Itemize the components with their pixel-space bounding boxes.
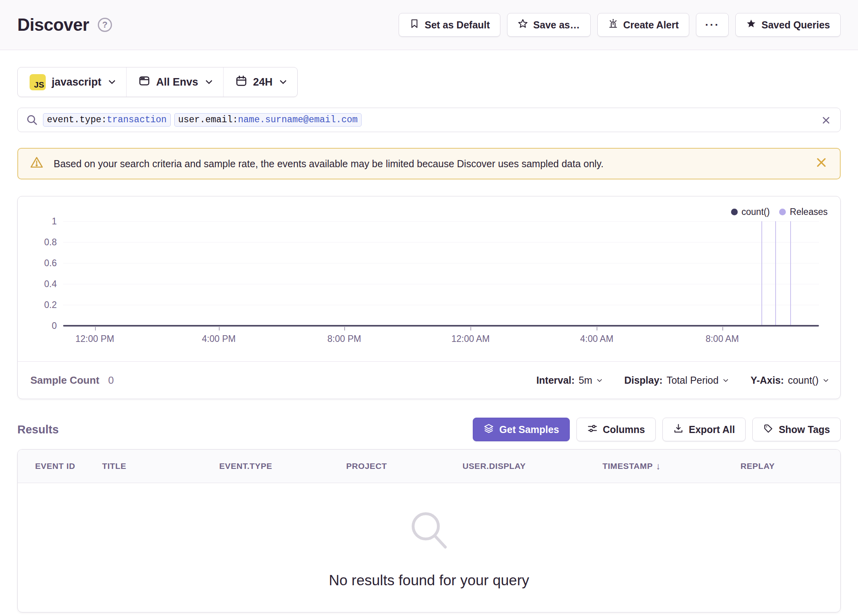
header-actions: Set as Default Save as… Create Alert ···… bbox=[399, 13, 841, 37]
page-filter-bar: JS javascript All Envs 24H bbox=[17, 67, 298, 97]
saved-queries-button[interactable]: Saved Queries bbox=[735, 13, 841, 37]
javascript-platform-icon: JS bbox=[30, 74, 46, 90]
main-content: JS javascript All Envs 24H event.type:tr… bbox=[0, 50, 858, 612]
chart-footer: Sample Count 0 Interval: 5m Display: Tot… bbox=[18, 361, 840, 399]
chevron-down-icon bbox=[597, 377, 602, 382]
environment-filter-label: All Envs bbox=[156, 76, 198, 88]
empty-search-icon bbox=[405, 507, 453, 557]
chevron-down-icon bbox=[109, 78, 116, 84]
bookmark-icon bbox=[409, 19, 420, 31]
project-filter[interactable]: JS javascript bbox=[18, 67, 126, 97]
search-token-user-email[interactable]: user.email:name.surname@email.com bbox=[174, 113, 362, 127]
results-table: EVENT ID TITLE EVENT.TYPE PROJECT USER.D… bbox=[17, 449, 841, 612]
results-actions: Get Samples Columns Export All Show Tags bbox=[473, 418, 841, 441]
window-icon bbox=[138, 75, 150, 90]
environment-filter[interactable]: All Envs bbox=[127, 67, 223, 97]
siren-icon bbox=[608, 19, 618, 31]
chevron-down-icon bbox=[823, 377, 828, 382]
column-header-user-display[interactable]: USER.DISPLAY bbox=[463, 461, 602, 471]
set-as-default-button[interactable]: Set as Default bbox=[399, 13, 500, 37]
interval-dropdown[interactable]: Interval: 5m bbox=[536, 375, 601, 386]
star-outline-icon bbox=[518, 19, 528, 31]
y-axis-label: 0.2 bbox=[44, 300, 57, 310]
column-header-timestamp[interactable]: TIMESTAMP↓ bbox=[602, 461, 740, 472]
sample-count: Sample Count 0 bbox=[30, 374, 114, 386]
sampled-data-warning-banner: Based on your search criteria and sample… bbox=[17, 148, 841, 179]
chevron-down-icon bbox=[205, 78, 212, 84]
search-icon bbox=[26, 114, 38, 128]
banner-close-icon[interactable] bbox=[815, 156, 828, 172]
x-axis-label: 8:00 AM bbox=[705, 334, 739, 344]
grid-line bbox=[63, 221, 819, 222]
columns-button[interactable]: Columns bbox=[576, 418, 656, 441]
y-axis-label: 1 bbox=[52, 216, 57, 227]
sort-desc-icon: ↓ bbox=[656, 461, 661, 472]
grid-line bbox=[63, 263, 819, 263]
x-axis-tick bbox=[722, 327, 723, 330]
calendar-icon bbox=[235, 75, 247, 90]
save-as-button[interactable]: Save as… bbox=[507, 13, 590, 37]
release-marker-line[interactable] bbox=[761, 221, 762, 326]
chevron-down-icon bbox=[280, 78, 287, 84]
search-bar[interactable]: event.type:transaction user.email:name.s… bbox=[17, 108, 841, 132]
count-series-line bbox=[63, 325, 819, 327]
count-legend-dot-icon bbox=[731, 209, 738, 215]
y-axis-label: 0.6 bbox=[44, 258, 57, 269]
tag-icon bbox=[763, 423, 774, 436]
sample-count-label: Sample Count bbox=[30, 374, 99, 386]
x-axis-tick bbox=[470, 327, 471, 330]
column-header-event-type[interactable]: EVENT.TYPE bbox=[219, 461, 346, 471]
x-axis-label: 8:00 PM bbox=[327, 334, 361, 344]
title-wrap: Discover ? bbox=[17, 15, 112, 35]
y-axis-label: 0.4 bbox=[44, 279, 57, 289]
x-axis-tick bbox=[344, 327, 345, 330]
y-axis-label: 0.8 bbox=[44, 237, 57, 248]
grid-line bbox=[63, 242, 819, 243]
releases-legend-dot-icon bbox=[779, 209, 786, 215]
x-axis-tick bbox=[597, 327, 597, 330]
column-header-project[interactable]: PROJECT bbox=[346, 461, 463, 471]
column-header-event-id[interactable]: EVENT ID bbox=[18, 461, 102, 471]
chart-legend: count() Releases bbox=[731, 207, 828, 217]
date-range-label: 24H bbox=[253, 76, 273, 88]
chevron-down-icon bbox=[724, 377, 729, 382]
export-all-button[interactable]: Export All bbox=[662, 418, 746, 441]
release-marker-line[interactable] bbox=[775, 221, 776, 326]
table-header-row: EVENT ID TITLE EVENT.TYPE PROJECT USER.D… bbox=[18, 450, 840, 483]
download-icon bbox=[673, 423, 684, 436]
column-header-title[interactable]: TITLE bbox=[102, 461, 219, 471]
date-range-filter[interactable]: 24H bbox=[224, 67, 298, 97]
clear-search-icon[interactable] bbox=[821, 115, 832, 127]
x-axis-tick bbox=[95, 327, 96, 330]
more-options-button[interactable]: ··· bbox=[696, 13, 729, 37]
release-marker-line[interactable] bbox=[790, 221, 791, 326]
page-title: Discover bbox=[17, 15, 89, 35]
y-axis-dropdown[interactable]: Y-Axis: count() bbox=[750, 375, 828, 386]
help-icon[interactable]: ? bbox=[98, 18, 112, 32]
results-header-row: Results Get Samples Columns Export All S… bbox=[17, 418, 841, 441]
chart-plot[interactable]: 00.20.40.60.8112:00 PM4:00 PM8:00 PM12:0… bbox=[63, 221, 819, 326]
x-axis-label: 4:00 AM bbox=[580, 334, 613, 344]
grid-line bbox=[63, 305, 819, 305]
search-token-event-type[interactable]: event.type:transaction bbox=[43, 113, 171, 127]
column-header-replay[interactable]: REPLAY bbox=[740, 461, 840, 471]
page-header: Discover ? Set as Default Save as… Creat… bbox=[0, 0, 858, 50]
sample-count-value: 0 bbox=[108, 374, 114, 386]
y-axis-label: 0 bbox=[52, 321, 57, 331]
x-axis-tick bbox=[219, 327, 220, 330]
results-title: Results bbox=[17, 423, 59, 436]
legend-item-releases[interactable]: Releases bbox=[779, 207, 828, 217]
get-samples-button[interactable]: Get Samples bbox=[473, 418, 569, 441]
display-dropdown[interactable]: Display: Total Period bbox=[624, 375, 727, 386]
empty-message: No results found for your query bbox=[329, 572, 529, 589]
grid-line bbox=[63, 284, 819, 284]
chart-controls: Interval: 5m Display: Total Period Y-Axi… bbox=[536, 375, 828, 386]
project-filter-label: javascript bbox=[52, 76, 101, 88]
x-axis-label: 12:00 PM bbox=[75, 334, 114, 344]
sliders-icon bbox=[587, 423, 598, 436]
legend-item-count[interactable]: count() bbox=[731, 207, 770, 217]
create-alert-button[interactable]: Create Alert bbox=[597, 13, 690, 37]
chart-panel: count() Releases 00.20.40.60.8112:00 PM4… bbox=[17, 196, 841, 399]
warning-triangle-icon bbox=[30, 156, 43, 172]
show-tags-button[interactable]: Show Tags bbox=[752, 418, 841, 441]
